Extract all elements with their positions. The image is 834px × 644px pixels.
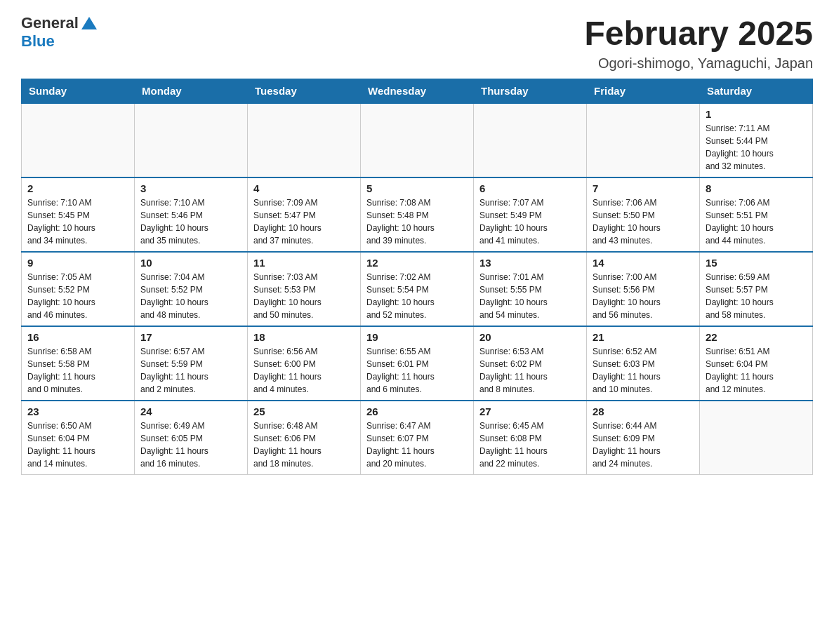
calendar-cell: 12Sunrise: 7:02 AM Sunset: 5:54 PM Dayli…: [361, 252, 474, 326]
calendar-cell: 19Sunrise: 6:55 AM Sunset: 6:01 PM Dayli…: [361, 326, 474, 401]
day-number: 18: [253, 331, 355, 343]
day-info: Sunrise: 6:48 AM Sunset: 6:06 PM Dayligh…: [253, 420, 355, 470]
day-number: 27: [479, 405, 581, 417]
day-info: Sunrise: 6:53 AM Sunset: 6:02 PM Dayligh…: [479, 345, 581, 396]
day-info: Sunrise: 6:52 AM Sunset: 6:03 PM Dayligh…: [593, 345, 694, 396]
day-info: Sunrise: 6:51 AM Sunset: 6:04 PM Dayligh…: [706, 345, 807, 396]
day-info: Sunrise: 6:55 AM Sunset: 6:01 PM Dayligh…: [366, 345, 468, 396]
calendar-body: 1Sunrise: 7:11 AM Sunset: 5:44 PM Daylig…: [22, 103, 813, 475]
day-info: Sunrise: 6:49 AM Sunset: 6:05 PM Dayligh…: [140, 420, 241, 470]
logo-blue-text: Blue: [21, 32, 55, 51]
weekday-header-tuesday: Tuesday: [248, 79, 361, 104]
calendar-cell: 11Sunrise: 7:03 AM Sunset: 5:53 PM Dayli…: [248, 252, 361, 326]
calendar-cell: 10Sunrise: 7:04 AM Sunset: 5:52 PM Dayli…: [135, 252, 248, 326]
calendar-cell: 15Sunrise: 6:59 AM Sunset: 5:57 PM Dayli…: [700, 252, 813, 326]
calendar-cell: [587, 103, 700, 177]
day-info: Sunrise: 7:00 AM Sunset: 5:56 PM Dayligh…: [593, 271, 694, 321]
calendar-week-row: 23Sunrise: 6:50 AM Sunset: 6:04 PM Dayli…: [22, 401, 813, 475]
calendar-cell: [361, 103, 474, 177]
calendar-cell: [700, 401, 813, 475]
day-number: 7: [593, 182, 694, 194]
day-number: 20: [479, 331, 581, 343]
calendar-cell: 20Sunrise: 6:53 AM Sunset: 6:02 PM Dayli…: [474, 326, 587, 401]
day-number: 14: [593, 257, 694, 269]
day-info: Sunrise: 6:50 AM Sunset: 6:04 PM Dayligh…: [27, 420, 128, 470]
calendar-cell: 16Sunrise: 6:58 AM Sunset: 5:58 PM Dayli…: [22, 326, 135, 401]
calendar-week-row: 2Sunrise: 7:10 AM Sunset: 5:45 PM Daylig…: [22, 177, 813, 252]
logo: General Blue: [21, 14, 97, 51]
day-info: Sunrise: 6:56 AM Sunset: 6:00 PM Dayligh…: [253, 345, 355, 396]
day-number: 28: [593, 405, 694, 417]
calendar-cell: 5Sunrise: 7:08 AM Sunset: 5:48 PM Daylig…: [361, 177, 474, 252]
calendar-week-row: 16Sunrise: 6:58 AM Sunset: 5:58 PM Dayli…: [22, 326, 813, 401]
weekday-header-thursday: Thursday: [474, 79, 587, 104]
day-number: 3: [140, 182, 241, 194]
calendar-subtitle: Ogori-shimogo, Yamaguchi, Japan: [584, 55, 813, 72]
day-info: Sunrise: 7:01 AM Sunset: 5:55 PM Dayligh…: [479, 271, 581, 321]
calendar-cell: 14Sunrise: 7:00 AM Sunset: 5:56 PM Dayli…: [587, 252, 700, 326]
calendar-week-row: 1Sunrise: 7:11 AM Sunset: 5:44 PM Daylig…: [22, 103, 813, 177]
day-info: Sunrise: 7:06 AM Sunset: 5:51 PM Dayligh…: [706, 196, 807, 247]
calendar-cell: 7Sunrise: 7:06 AM Sunset: 5:50 PM Daylig…: [587, 177, 700, 252]
day-info: Sunrise: 6:59 AM Sunset: 5:57 PM Dayligh…: [706, 271, 807, 321]
weekday-header-monday: Monday: [135, 79, 248, 104]
day-info: Sunrise: 6:57 AM Sunset: 5:59 PM Dayligh…: [140, 345, 241, 396]
calendar-cell: 4Sunrise: 7:09 AM Sunset: 5:47 PM Daylig…: [248, 177, 361, 252]
day-number: 15: [706, 257, 807, 269]
day-number: 1: [706, 108, 807, 120]
weekday-header-row: SundayMondayTuesdayWednesdayThursdayFrid…: [22, 79, 813, 104]
day-number: 5: [366, 182, 468, 194]
calendar-cell: 27Sunrise: 6:45 AM Sunset: 6:08 PM Dayli…: [474, 401, 587, 475]
weekday-header-wednesday: Wednesday: [361, 79, 474, 104]
calendar-cell: 8Sunrise: 7:06 AM Sunset: 5:51 PM Daylig…: [700, 177, 813, 252]
day-number: 6: [479, 182, 581, 194]
weekday-header-friday: Friday: [587, 79, 700, 104]
day-info: Sunrise: 6:47 AM Sunset: 6:07 PM Dayligh…: [366, 420, 468, 470]
calendar-table: SundayMondayTuesdayWednesdayThursdayFrid…: [21, 79, 813, 475]
calendar-cell: 3Sunrise: 7:10 AM Sunset: 5:46 PM Daylig…: [135, 177, 248, 252]
day-info: Sunrise: 7:10 AM Sunset: 5:45 PM Dayligh…: [27, 196, 128, 247]
calendar-cell: 18Sunrise: 6:56 AM Sunset: 6:00 PM Dayli…: [248, 326, 361, 401]
day-info: Sunrise: 7:11 AM Sunset: 5:44 PM Dayligh…: [706, 122, 807, 173]
logo-triangle-icon: [81, 17, 97, 29]
calendar-cell: [22, 103, 135, 177]
calendar-cell: 21Sunrise: 6:52 AM Sunset: 6:03 PM Dayli…: [587, 326, 700, 401]
calendar-cell: 13Sunrise: 7:01 AM Sunset: 5:55 PM Dayli…: [474, 252, 587, 326]
calendar-title: February 2025: [584, 14, 813, 53]
calendar-cell: 17Sunrise: 6:57 AM Sunset: 5:59 PM Dayli…: [135, 326, 248, 401]
day-number: 10: [140, 257, 241, 269]
day-info: Sunrise: 7:05 AM Sunset: 5:52 PM Dayligh…: [27, 271, 128, 321]
day-info: Sunrise: 7:06 AM Sunset: 5:50 PM Dayligh…: [593, 196, 694, 247]
logo-general-text: General: [21, 14, 79, 32]
day-info: Sunrise: 7:03 AM Sunset: 5:53 PM Dayligh…: [253, 271, 355, 321]
calendar-cell: 24Sunrise: 6:49 AM Sunset: 6:05 PM Dayli…: [135, 401, 248, 475]
day-number: 16: [27, 331, 128, 343]
day-number: 8: [706, 182, 807, 194]
calendar-header: SundayMondayTuesdayWednesdayThursdayFrid…: [22, 79, 813, 104]
day-info: Sunrise: 6:45 AM Sunset: 6:08 PM Dayligh…: [479, 420, 581, 470]
day-number: 4: [253, 182, 355, 194]
day-number: 22: [706, 331, 807, 343]
day-info: Sunrise: 6:58 AM Sunset: 5:58 PM Dayligh…: [27, 345, 128, 396]
day-number: 25: [253, 405, 355, 417]
day-number: 9: [27, 257, 128, 269]
title-block: February 2025 Ogori-shimogo, Yamaguchi, …: [584, 14, 813, 72]
calendar-week-row: 9Sunrise: 7:05 AM Sunset: 5:52 PM Daylig…: [22, 252, 813, 326]
day-number: 19: [366, 331, 468, 343]
calendar-cell: 9Sunrise: 7:05 AM Sunset: 5:52 PM Daylig…: [22, 252, 135, 326]
day-number: 24: [140, 405, 241, 417]
calendar-cell: 25Sunrise: 6:48 AM Sunset: 6:06 PM Dayli…: [248, 401, 361, 475]
calendar-cell: 28Sunrise: 6:44 AM Sunset: 6:09 PM Dayli…: [587, 401, 700, 475]
day-info: Sunrise: 7:08 AM Sunset: 5:48 PM Dayligh…: [366, 196, 468, 247]
day-number: 26: [366, 405, 468, 417]
day-number: 23: [27, 405, 128, 417]
day-number: 2: [27, 182, 128, 194]
calendar-cell: [248, 103, 361, 177]
calendar-cell: 2Sunrise: 7:10 AM Sunset: 5:45 PM Daylig…: [22, 177, 135, 252]
page-header: General Blue February 2025 Ogori-shimogo…: [21, 14, 813, 72]
day-number: 13: [479, 257, 581, 269]
day-number: 12: [366, 257, 468, 269]
weekday-header-sunday: Sunday: [22, 79, 135, 104]
day-info: Sunrise: 7:04 AM Sunset: 5:52 PM Dayligh…: [140, 271, 241, 321]
calendar-cell: 23Sunrise: 6:50 AM Sunset: 6:04 PM Dayli…: [22, 401, 135, 475]
